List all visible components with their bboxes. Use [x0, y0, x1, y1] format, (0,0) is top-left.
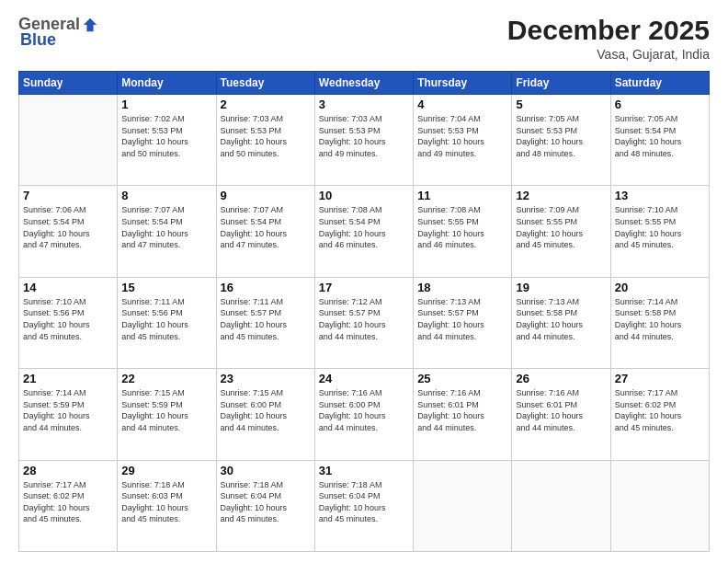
day-number: 14: [23, 281, 113, 294]
day-number: 21: [23, 372, 113, 385]
day-cell: 11Sunrise: 7:08 AM Sunset: 5:55 PM Dayli…: [414, 186, 512, 277]
day-cell: 2Sunrise: 7:03 AM Sunset: 5:53 PM Daylig…: [216, 95, 314, 186]
day-info: Sunrise: 7:14 AM Sunset: 5:59 PM Dayligh…: [23, 387, 113, 433]
day-cell: 24Sunrise: 7:16 AM Sunset: 6:00 PM Dayli…: [314, 369, 413, 460]
day-info: Sunrise: 7:02 AM Sunset: 5:53 PM Dayligh…: [121, 113, 211, 159]
day-info: Sunrise: 7:14 AM Sunset: 5:58 PM Dayligh…: [615, 296, 705, 342]
day-info: Sunrise: 7:18 AM Sunset: 6:04 PM Dayligh…: [319, 479, 409, 525]
logo-blue-text: Blue: [20, 30, 56, 50]
day-cell: 1Sunrise: 7:02 AM Sunset: 5:53 PM Daylig…: [118, 95, 216, 186]
day-info: Sunrise: 7:09 AM Sunset: 5:55 PM Dayligh…: [516, 204, 606, 250]
day-number: 16: [221, 281, 311, 294]
day-number: 13: [615, 189, 705, 202]
day-cell: 8Sunrise: 7:07 AM Sunset: 5:54 PM Daylig…: [118, 186, 216, 277]
day-info: Sunrise: 7:18 AM Sunset: 6:04 PM Dayligh…: [221, 479, 311, 525]
day-info: Sunrise: 7:18 AM Sunset: 6:03 PM Dayligh…: [121, 479, 211, 525]
day-number: 12: [516, 189, 606, 202]
week-row-0: 1Sunrise: 7:02 AM Sunset: 5:53 PM Daylig…: [19, 95, 710, 186]
header: General Blue December 2025 Vasa, Gujarat…: [18, 15, 710, 62]
day-info: Sunrise: 7:08 AM Sunset: 5:54 PM Dayligh…: [319, 204, 409, 250]
day-number: 22: [121, 372, 211, 385]
day-number: 3: [319, 98, 409, 111]
day-cell: 25Sunrise: 7:16 AM Sunset: 6:01 PM Dayli…: [414, 369, 512, 460]
day-info: Sunrise: 7:08 AM Sunset: 5:55 PM Dayligh…: [417, 204, 507, 250]
day-cell: 21Sunrise: 7:14 AM Sunset: 5:59 PM Dayli…: [19, 369, 118, 460]
page: General Blue December 2025 Vasa, Gujarat…: [0, 0, 728, 563]
day-number: 17: [319, 281, 409, 294]
day-number: 5: [516, 98, 606, 111]
day-info: Sunrise: 7:10 AM Sunset: 5:55 PM Dayligh…: [615, 204, 705, 250]
day-number: 1: [121, 98, 211, 111]
col-thursday: Thursday: [414, 72, 512, 95]
col-sunday: Sunday: [19, 72, 118, 95]
day-info: Sunrise: 7:04 AM Sunset: 5:53 PM Dayligh…: [417, 113, 507, 159]
day-info: Sunrise: 7:11 AM Sunset: 5:56 PM Dayligh…: [121, 296, 211, 342]
day-cell: 31Sunrise: 7:18 AM Sunset: 6:04 PM Dayli…: [314, 460, 413, 551]
day-number: 23: [221, 372, 311, 385]
day-cell: 26Sunrise: 7:16 AM Sunset: 6:01 PM Dayli…: [512, 369, 610, 460]
day-number: 26: [516, 372, 606, 385]
day-info: Sunrise: 7:11 AM Sunset: 5:57 PM Dayligh…: [221, 296, 311, 342]
day-info: Sunrise: 7:15 AM Sunset: 6:00 PM Dayligh…: [221, 387, 311, 433]
day-number: 4: [417, 98, 507, 111]
day-number: 10: [319, 189, 409, 202]
day-number: 8: [121, 189, 211, 202]
col-monday: Monday: [118, 72, 216, 95]
day-number: 20: [615, 281, 705, 294]
day-cell: 10Sunrise: 7:08 AM Sunset: 5:54 PM Dayli…: [314, 186, 413, 277]
day-number: 2: [221, 98, 311, 111]
day-cell: 13Sunrise: 7:10 AM Sunset: 5:55 PM Dayli…: [610, 186, 709, 277]
day-info: Sunrise: 7:16 AM Sunset: 6:01 PM Dayligh…: [516, 387, 606, 433]
day-number: 30: [221, 464, 311, 477]
day-cell: 29Sunrise: 7:18 AM Sunset: 6:03 PM Dayli…: [118, 460, 216, 551]
day-info: Sunrise: 7:17 AM Sunset: 6:02 PM Dayligh…: [615, 387, 705, 433]
day-info: Sunrise: 7:17 AM Sunset: 6:02 PM Dayligh…: [23, 479, 113, 525]
day-cell: 3Sunrise: 7:03 AM Sunset: 5:53 PM Daylig…: [314, 95, 413, 186]
day-cell: 5Sunrise: 7:05 AM Sunset: 5:53 PM Daylig…: [512, 95, 610, 186]
title-block: December 2025 Vasa, Gujarat, India: [507, 15, 710, 62]
day-number: 15: [121, 281, 211, 294]
day-number: 9: [221, 189, 311, 202]
day-cell: 9Sunrise: 7:07 AM Sunset: 5:54 PM Daylig…: [216, 186, 314, 277]
main-title: December 2025: [507, 15, 710, 45]
day-info: Sunrise: 7:15 AM Sunset: 5:59 PM Dayligh…: [121, 387, 211, 433]
day-info: Sunrise: 7:13 AM Sunset: 5:57 PM Dayligh…: [417, 296, 507, 342]
day-info: Sunrise: 7:12 AM Sunset: 5:57 PM Dayligh…: [319, 296, 409, 342]
day-info: Sunrise: 7:07 AM Sunset: 5:54 PM Dayligh…: [121, 204, 211, 250]
day-cell: [414, 460, 512, 551]
svg-marker-0: [84, 17, 97, 30]
day-info: Sunrise: 7:03 AM Sunset: 5:53 PM Dayligh…: [221, 113, 311, 159]
day-cell: 14Sunrise: 7:10 AM Sunset: 5:56 PM Dayli…: [19, 277, 118, 368]
day-cell: 6Sunrise: 7:05 AM Sunset: 5:54 PM Daylig…: [610, 95, 709, 186]
day-number: 11: [417, 189, 507, 202]
day-cell: [512, 460, 610, 551]
day-cell: 15Sunrise: 7:11 AM Sunset: 5:56 PM Dayli…: [118, 277, 216, 368]
week-row-3: 21Sunrise: 7:14 AM Sunset: 5:59 PM Dayli…: [19, 369, 710, 460]
day-cell: [19, 95, 118, 186]
day-number: 19: [516, 281, 606, 294]
day-cell: 12Sunrise: 7:09 AM Sunset: 5:55 PM Dayli…: [512, 186, 610, 277]
week-row-4: 28Sunrise: 7:17 AM Sunset: 6:02 PM Dayli…: [19, 460, 710, 551]
col-friday: Friday: [512, 72, 610, 95]
day-cell: 28Sunrise: 7:17 AM Sunset: 6:02 PM Dayli…: [19, 460, 118, 551]
day-cell: 22Sunrise: 7:15 AM Sunset: 5:59 PM Dayli…: [118, 369, 216, 460]
day-number: 7: [23, 189, 113, 202]
day-cell: 16Sunrise: 7:11 AM Sunset: 5:57 PM Dayli…: [216, 277, 314, 368]
day-number: 6: [615, 98, 705, 111]
sub-title: Vasa, Gujarat, India: [507, 47, 710, 62]
day-cell: 27Sunrise: 7:17 AM Sunset: 6:02 PM Dayli…: [610, 369, 709, 460]
day-cell: 4Sunrise: 7:04 AM Sunset: 5:53 PM Daylig…: [414, 95, 512, 186]
calendar-header-row: Sunday Monday Tuesday Wednesday Thursday…: [19, 72, 710, 95]
day-info: Sunrise: 7:13 AM Sunset: 5:58 PM Dayligh…: [516, 296, 606, 342]
day-cell: 7Sunrise: 7:06 AM Sunset: 5:54 PM Daylig…: [19, 186, 118, 277]
day-number: 24: [319, 372, 409, 385]
day-info: Sunrise: 7:16 AM Sunset: 6:01 PM Dayligh…: [417, 387, 507, 433]
day-info: Sunrise: 7:07 AM Sunset: 5:54 PM Dayligh…: [221, 204, 311, 250]
week-row-2: 14Sunrise: 7:10 AM Sunset: 5:56 PM Dayli…: [19, 277, 710, 368]
day-cell: [610, 460, 709, 551]
day-number: 29: [121, 464, 211, 477]
day-info: Sunrise: 7:03 AM Sunset: 5:53 PM Dayligh…: [319, 113, 409, 159]
day-info: Sunrise: 7:16 AM Sunset: 6:00 PM Dayligh…: [319, 387, 409, 433]
col-saturday: Saturday: [610, 72, 709, 95]
day-info: Sunrise: 7:05 AM Sunset: 5:54 PM Dayligh…: [615, 113, 705, 159]
